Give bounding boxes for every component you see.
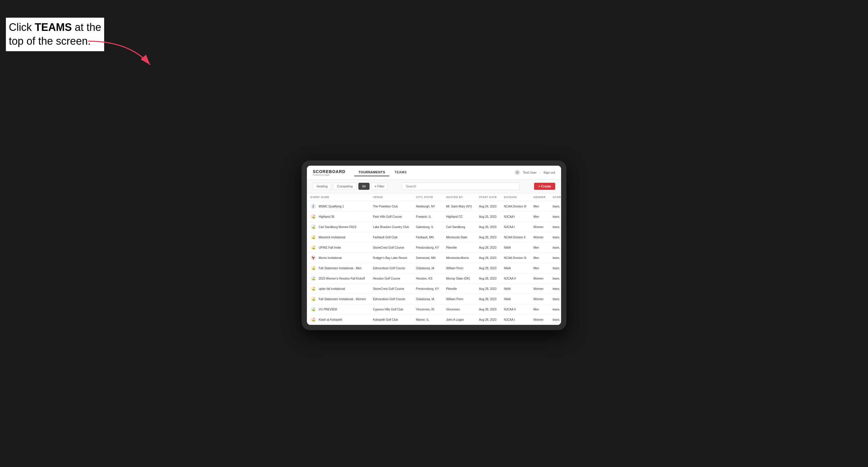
scoring-cell: team, Stroke Play: [549, 263, 561, 273]
city-state-cell: Deerwood, MN: [412, 253, 442, 263]
toolbar: Hosting Competing All ≡ Filter + Create: [307, 180, 561, 193]
event-name-cell: ⛳ Fall Statesmen Invitational - Women: [307, 294, 369, 304]
event-name-cell: ⛳ Carl Sandburg Women FA23: [307, 222, 369, 232]
filter-competing-button[interactable]: Competing: [333, 183, 356, 190]
start-date-cell: Aug 25, 2023: [475, 212, 500, 222]
event-name: Fall Statesmen Invitational - Women: [319, 298, 366, 301]
instruction-bold: TEAMS: [35, 21, 72, 33]
scoring-cell: team, Stroke Play: [549, 243, 561, 253]
event-name: Klash at Kokopelli: [319, 318, 342, 321]
gender-cell: Women: [530, 294, 549, 304]
filter-icon-button[interactable]: ≡ Filter: [371, 183, 388, 190]
table-row: ⛳ Carl Sandburg Women FA23 Lake Bracken …: [307, 222, 561, 232]
gender-cell: Women: [530, 222, 549, 232]
nav-tabs: TOURNAMENTS TEAMS: [354, 168, 411, 176]
event-name: MSMC Qualifying 1: [319, 205, 344, 208]
venue-cell: Hesston Golf Course: [369, 273, 412, 284]
start-date-cell: Aug 26, 2023: [475, 222, 500, 232]
start-date-cell: Aug 28, 2023: [475, 263, 500, 273]
venue-cell: Kokopelli Golf Club: [369, 315, 412, 325]
hosted-by-cell: William Penn: [442, 294, 475, 304]
event-name: Fall Statesmen Invitational - Men: [319, 267, 362, 270]
city-state-cell: Freeport, IL: [412, 212, 442, 222]
filter-all-button[interactable]: All: [359, 183, 370, 190]
division-cell: NCAA Division II: [500, 232, 530, 243]
scoring-cell: team, Stroke Play: [549, 253, 561, 263]
table-row: ⛳ Klash at Kokopelli Kokopelli Golf Club…: [307, 315, 561, 325]
hosted-by-cell: Pikeville: [442, 284, 475, 294]
event-name: UPIKE Fall Invite: [319, 246, 341, 249]
division-cell: NJCAA II: [500, 304, 530, 315]
event-name: Morris Invitational: [319, 256, 342, 259]
venue-cell: Lake Bracken Country Club: [369, 222, 412, 232]
city-state-cell: Prestonsburg, KY: [412, 243, 442, 253]
col-hosted-by: HOSTED BY: [442, 193, 475, 201]
division-cell: NAIA: [500, 243, 530, 253]
filter-hosting-button[interactable]: Hosting: [313, 183, 331, 190]
gender-cell: Women: [530, 232, 549, 243]
division-cell: NJCAA I: [500, 222, 530, 232]
scoring-cell: team, Stroke Play: [549, 232, 561, 243]
event-name-cell: ⛳ Fall Statesmen Invitational - Men: [307, 263, 369, 273]
table-row: ⛳ Maverick Invitational Faribault Golf C…: [307, 232, 561, 243]
event-name-cell: ⛳ Highland 36: [307, 212, 369, 222]
nav-left: SCOREBOARD Powered by clippit TOURNAMENT…: [313, 168, 411, 176]
hosted-by-cell: Carl Sandburg: [442, 222, 475, 232]
filter-group: Hosting Competing All ≡ Filter: [313, 183, 388, 190]
instruction-text: Click TEAMS at thetop of the screen.: [6, 18, 104, 51]
settings-icon[interactable]: ⚙: [515, 170, 520, 175]
event-icon: ⛳: [310, 245, 316, 250]
scoring-cell: team, Stroke Play: [549, 222, 561, 232]
table-row: ⛳ Fall Statesmen Invitational - Women Ed…: [307, 294, 561, 304]
tab-teams[interactable]: TEAMS: [391, 168, 411, 176]
nav-divider: |: [539, 171, 540, 174]
start-date-cell: Aug 28, 2023: [475, 294, 500, 304]
event-icon: 🏌: [310, 203, 316, 209]
venue-cell: Ruttger's Bay Lake Resort: [369, 253, 412, 263]
gender-cell: Women: [530, 273, 549, 284]
event-name-cell: ⛳ upike fall invitational: [307, 284, 369, 294]
event-icon: ⛳: [310, 296, 316, 302]
logo-subtitle: Powered by clippit: [313, 174, 345, 176]
gender-cell: Men: [530, 253, 549, 263]
hosted-by-cell: Minnesota State: [442, 232, 475, 243]
gender-cell: Men: [530, 201, 549, 212]
start-date-cell: Aug 28, 2023: [475, 253, 500, 263]
hosted-by-cell: Mt. Saint Mary (NY): [442, 201, 475, 212]
col-event-name: EVENT NAME: [307, 193, 369, 201]
instruction-plain: Click: [9, 21, 35, 33]
venue-cell: Faribault Golf Club: [369, 232, 412, 243]
division-cell: NJCAA I: [500, 212, 530, 222]
col-division: DIVISION: [500, 193, 530, 201]
logo-title: SCOREBOARD: [313, 169, 345, 174]
event-name-cell: ⛳ Maverick Invitational: [307, 232, 369, 243]
event-icon: ⛳: [310, 306, 316, 312]
start-date-cell: Aug 28, 2023: [475, 315, 500, 325]
tournaments-table: EVENT NAME VENUE CITY, STATE HOSTED BY S…: [307, 193, 561, 325]
event-name: Carl Sandburg Women FA23: [319, 225, 356, 229]
sign-out-link[interactable]: Sign out: [544, 171, 555, 174]
hosted-by-cell: Minnesota-Morris: [442, 253, 475, 263]
scoring-cell: team, Stroke Play: [549, 212, 561, 222]
search-input[interactable]: [402, 182, 520, 190]
event-icon: ⛳: [310, 214, 316, 220]
create-button[interactable]: + Create: [534, 183, 555, 190]
event-name-cell: 🦅 Morris Invitational: [307, 253, 369, 263]
hosted-by-cell: Highland CC: [442, 212, 475, 222]
col-start-date: START DATE: [475, 193, 500, 201]
division-cell: NJCAA II: [500, 273, 530, 284]
table-row: ⛳ Fall Statesmen Invitational - Men Edmu…: [307, 263, 561, 273]
city-state-cell: Prestonsburg, KY: [412, 284, 442, 294]
gender-cell: Men: [530, 243, 549, 253]
tab-tournaments[interactable]: TOURNAMENTS: [354, 168, 389, 176]
col-scoring: SCORING: [549, 193, 561, 201]
hosted-by-cell: Pikeville: [442, 243, 475, 253]
hosted-by-cell: Murray State (OK): [442, 273, 475, 284]
event-icon: ⛳: [310, 275, 316, 281]
event-icon: 🦅: [310, 255, 316, 261]
scoring-cell: team, Stroke Play: [549, 201, 561, 212]
event-name: 2023 Women's Hesston Fall Kickoff: [319, 277, 365, 280]
table-header-row: EVENT NAME VENUE CITY, STATE HOSTED BY S…: [307, 193, 561, 201]
division-cell: NAIA: [500, 294, 530, 304]
event-icon: ⛳: [310, 286, 316, 291]
